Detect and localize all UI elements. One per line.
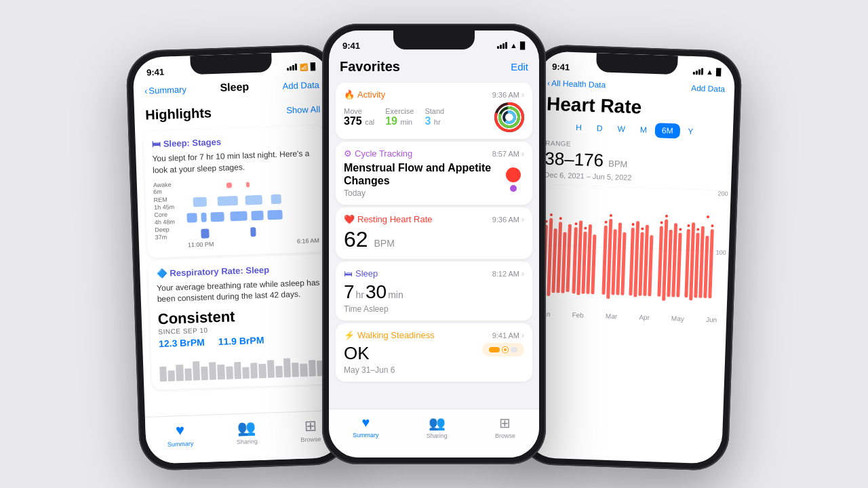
filter-6m[interactable]: 6M [654,123,679,138]
cycle-text-area: Menstrual Flow and Appetite Changes Toda… [344,161,502,198]
filter-y[interactable]: Y [681,124,701,140]
svg-rect-54 [708,229,714,298]
resp-bar [283,359,291,378]
back-label-left: Summary [149,84,186,96]
svg-point-18 [574,222,577,225]
back-button-left[interactable]: ‹ Summary [144,84,186,96]
sleep-center-time: 8:12 AM › [492,269,524,279]
tab-sharing-left[interactable]: 👥 Sharing [236,419,258,445]
resp-bar [275,365,283,378]
walking-value: OK [344,343,395,364]
filter-d[interactable]: D [590,121,610,136]
activity-card[interactable]: 🔥 Activity 9:36 AM › Move 375 cal [336,83,532,139]
sleep-stages-title: 🛏 Sleep: Stages [152,134,316,149]
tab-label-browse-left: Browse [300,436,321,443]
cycle-time: 8:57 AM › [492,149,524,159]
svg-point-11 [550,214,553,216]
rem-row [186,192,318,209]
month-may: May [671,314,684,323]
filter-m[interactable]: M [633,122,654,138]
svg-point-50 [696,228,699,230]
svg-rect-23 [591,235,596,294]
sleep-icon-center: 🛏 [344,268,353,279]
show-all-button[interactable]: Show All [286,104,320,116]
sleep-hr-unit: hr [356,289,364,300]
activity-chevron-icon: › [521,90,524,100]
heart-title: ❤️ Resting Heart Rate [344,214,433,224]
edit-button[interactable]: Edit [511,61,528,73]
add-data-button-right[interactable]: Add Data [691,83,726,94]
sleep-card-center-header: 🛏 Sleep 8:12 AM › [344,268,524,279]
deep-label: Deep37m [155,226,188,241]
resp-bar [209,362,216,380]
walking-card-header: ⚡ Walking Steadiness 9:41 AM › [344,330,524,340]
svg-rect-51 [698,226,705,298]
svg-point-25 [605,221,608,224]
move-label: Move [344,107,374,115]
resp-bar [309,360,316,377]
rem-label: REM1h 45m [153,195,186,211]
heart-rate-card[interactable]: ❤️ Resting Heart Rate 9:36 AM › 62 BPM [336,207,532,259]
walking-time: 9:41 AM › [492,331,524,340]
stand-stat: Stand 3 hr [425,107,444,127]
sleep-card-center[interactable]: 🛏 Sleep 8:12 AM › 7 hr 30 min Time Aslee… [336,262,532,321]
svg-rect-19 [576,220,583,295]
tab-summary-center[interactable]: ♥ Summary [353,415,379,439]
resp-bar [201,367,208,380]
sleep-sub-text: Time Asleep [344,304,524,314]
awake-row [186,176,318,192]
status-icons-left: 📶 ▉ [287,62,316,70]
chevron-left-icon-right: ‹ [547,79,550,88]
filter-w[interactable]: W [610,121,632,137]
battery-icon-left: ▉ [311,62,316,70]
sleep-hours: 7 [344,281,355,303]
add-data-button-left[interactable]: Add Data [282,79,319,91]
tab-sharing-center[interactable]: 👥 Sharing [427,415,448,439]
phone-right-screen: 9:41 ▲ ▉ ‹ All Health Data Add Data Hear… [525,51,736,464]
y-label-100: 100 [715,249,726,256]
activity-stats: Move 375 cal Exercise 19 min [344,102,524,132]
tab-bar-center: ♥ Summary 👥 Sharing ⊞ Browse [329,409,539,458]
phone-left-screen: 9:41 📶 ▉ ‹ Summary Sleep Add Data [132,51,343,464]
tab-bar-left: ♥ Summary 👥 Sharing ⊞ Browse [145,410,343,464]
tab-summary-left[interactable]: ♥ Summary [167,421,194,447]
month-apr: Apr [639,313,650,321]
svg-rect-30 [620,232,626,296]
phone-left: 9:41 📶 ▉ ‹ Summary Sleep Add Data [125,44,350,471]
phone-right: 9:41 ▲ ▉ ‹ All Health Data Add Data Hear… [518,44,743,471]
resp-bar [242,367,250,379]
svg-rect-17 [572,227,577,293]
cycle-icon: ⚙ [344,148,352,159]
resp-bar [159,367,167,382]
filter-h[interactable]: H [569,120,589,136]
signal-icon-right [693,68,703,75]
wifi-icon-right: ▲ [706,68,713,76]
brpm-value-2: 11.9 BrPM [218,335,264,347]
tab-browse-center[interactable]: ⊞ Browse [495,415,515,439]
tab-browse-left[interactable]: ⊞ Browse [300,417,321,443]
fire-icon: 🔥 [344,89,355,100]
move-value: 375 cal [344,115,374,127]
exercise-stat: Exercise 19 min [385,107,414,127]
month-jun: Jun [706,316,717,324]
battery-icon-center: ▉ [520,42,526,49]
wifi-icon-center: ▲ [510,41,517,49]
sleep-duration: 7 hr 30 min [344,281,524,303]
cycle-sub-text: Today [344,188,502,198]
walking-chevron-icon: › [521,331,524,340]
health-nav: Favorites Edit [329,55,539,80]
svg-rect-16 [566,224,571,292]
sleep-chevron-icon: › [521,269,524,279]
svg-rect-22 [586,224,592,294]
stand-label: Stand [425,107,444,115]
svg-point-14 [559,217,562,220]
phone-center: 9:41 ▲ ▉ Favorites Edit [322,24,546,464]
signal-icon-center [497,42,507,49]
favorites-title: Favorites [340,59,400,75]
back-button-right[interactable]: ‹ All Health Data [547,79,606,90]
core-row [186,207,319,224]
cycle-tracking-card[interactable]: ⚙ Cycle Tracking 8:57 AM › Menstrual Flo… [336,142,532,205]
bed-icon: 🛏 [152,139,161,149]
walking-card[interactable]: ⚡ Walking Steadiness 9:41 AM › OK May 31… [336,323,532,382]
svg-rect-29 [616,222,622,295]
